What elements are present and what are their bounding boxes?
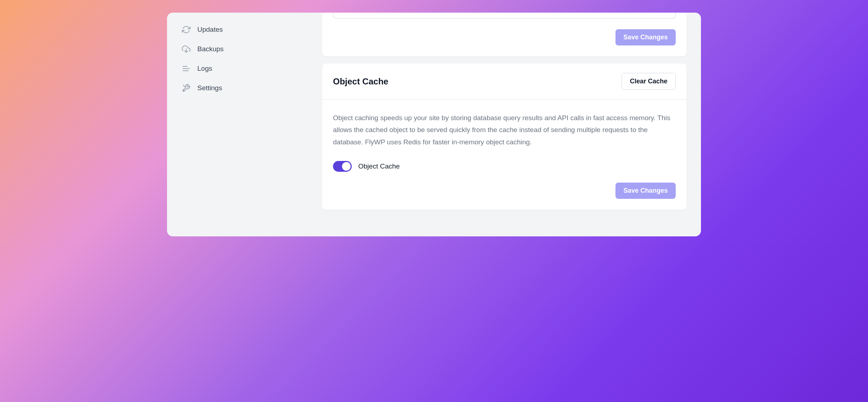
- sidebar-item-label: Backups: [197, 45, 224, 53]
- main-content: Save Changes Object Cache Clear Cache Ob…: [322, 13, 701, 236]
- refresh-icon: [181, 25, 191, 34]
- save-changes-button[interactable]: Save Changes: [615, 29, 676, 45]
- toggle-row: Object Cache: [333, 161, 676, 172]
- card-header: Object Cache Clear Cache: [322, 64, 687, 100]
- sidebar-item-label: Updates: [197, 26, 223, 34]
- sidebar: Updates Backups Logs Settings: [167, 13, 322, 236]
- tools-icon: [181, 83, 191, 93]
- object-cache-card: Object Cache Clear Cache Object caching …: [322, 64, 687, 210]
- list-icon: [181, 64, 191, 73]
- card-actions: Save Changes: [333, 29, 676, 45]
- card-actions: Save Changes: [333, 183, 676, 199]
- sidebar-item-label: Logs: [197, 65, 212, 73]
- object-cache-toggle[interactable]: [333, 161, 352, 172]
- app-container: Updates Backups Logs Settings Save: [167, 13, 701, 236]
- settings-card-top: Save Changes: [322, 13, 687, 56]
- sidebar-item-updates[interactable]: Updates: [178, 20, 311, 39]
- sidebar-item-backups[interactable]: Backups: [178, 39, 311, 59]
- toggle-knob: [342, 162, 351, 171]
- sidebar-item-label: Settings: [197, 84, 222, 92]
- card-title: Object Cache: [333, 77, 388, 87]
- save-changes-button[interactable]: Save Changes: [615, 183, 676, 199]
- sidebar-item-settings[interactable]: Settings: [178, 78, 311, 98]
- sidebar-item-logs[interactable]: Logs: [178, 59, 311, 78]
- toggle-label: Object Cache: [358, 162, 400, 170]
- card-body: Object caching speeds up your site by st…: [322, 100, 687, 210]
- input-field-partial[interactable]: [333, 13, 676, 18]
- cloud-download-icon: [181, 44, 191, 54]
- clear-cache-button[interactable]: Clear Cache: [622, 73, 676, 90]
- card-description: Object caching speeds up your site by st…: [333, 112, 676, 148]
